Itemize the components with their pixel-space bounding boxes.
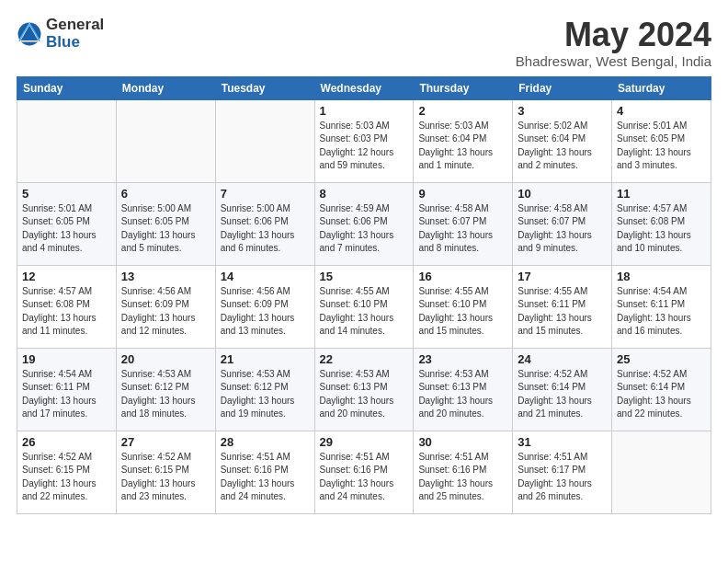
day-info: Sunrise: 4:51 AM Sunset: 6:16 PM Dayligh…	[221, 451, 310, 504]
day-cell: 27Sunrise: 4:52 AM Sunset: 6:15 PM Dayli…	[116, 431, 215, 513]
day-cell: 6Sunrise: 5:00 AM Sunset: 6:05 PM Daylig…	[116, 182, 215, 265]
day-number: 5	[22, 187, 111, 201]
day-info: Sunrise: 4:51 AM Sunset: 6:16 PM Dayligh…	[320, 451, 409, 504]
day-cell: 17Sunrise: 4:55 AM Sunset: 6:11 PM Dayli…	[513, 265, 612, 348]
day-number: 21	[221, 352, 310, 366]
day-info: Sunrise: 4:52 AM Sunset: 6:15 PM Dayligh…	[22, 451, 111, 504]
day-cell: 24Sunrise: 4:52 AM Sunset: 6:14 PM Dayli…	[513, 348, 612, 431]
day-cell: 19Sunrise: 4:54 AM Sunset: 6:11 PM Dayli…	[17, 348, 117, 431]
day-cell: 21Sunrise: 4:53 AM Sunset: 6:12 PM Dayli…	[215, 348, 314, 431]
day-info: Sunrise: 4:57 AM Sunset: 6:08 PM Dayligh…	[22, 285, 111, 339]
day-number: 7	[221, 187, 310, 201]
day-info: Sunrise: 4:53 AM Sunset: 6:12 PM Dayligh…	[221, 368, 310, 421]
day-number: 27	[121, 435, 210, 449]
day-cell: 4Sunrise: 5:01 AM Sunset: 6:05 PM Daylig…	[612, 99, 711, 182]
day-info: Sunrise: 5:01 AM Sunset: 6:05 PM Dayligh…	[617, 120, 706, 173]
logo-text: General Blue	[46, 17, 104, 51]
week-row-3: 12Sunrise: 4:57 AM Sunset: 6:08 PM Dayli…	[17, 265, 711, 348]
logo-blue-text: Blue	[46, 33, 80, 51]
day-info: Sunrise: 4:56 AM Sunset: 6:09 PM Dayligh…	[221, 285, 310, 339]
day-number: 8	[320, 187, 409, 201]
day-cell: 8Sunrise: 4:59 AM Sunset: 6:06 PM Daylig…	[314, 182, 414, 265]
day-cell: 14Sunrise: 4:56 AM Sunset: 6:09 PM Dayli…	[215, 265, 314, 348]
day-info: Sunrise: 5:03 AM Sunset: 6:04 PM Dayligh…	[418, 120, 507, 173]
header: General Blue May 2024 Bhadreswar, West B…	[17, 17, 711, 69]
day-info: Sunrise: 4:54 AM Sunset: 6:11 PM Dayligh…	[22, 368, 111, 421]
day-info: Sunrise: 5:01 AM Sunset: 6:05 PM Dayligh…	[22, 202, 111, 256]
day-cell	[17, 99, 117, 182]
day-number: 29	[320, 435, 409, 449]
day-cell: 30Sunrise: 4:51 AM Sunset: 6:16 PM Dayli…	[414, 431, 513, 513]
day-cell: 23Sunrise: 4:53 AM Sunset: 6:13 PM Dayli…	[414, 348, 513, 431]
col-saturday: Saturday	[612, 76, 711, 99]
day-cell: 13Sunrise: 4:56 AM Sunset: 6:09 PM Dayli…	[116, 265, 215, 348]
day-number: 11	[617, 187, 706, 201]
day-cell	[116, 99, 215, 182]
week-row-5: 26Sunrise: 4:52 AM Sunset: 6:15 PM Dayli…	[17, 431, 711, 513]
day-info: Sunrise: 4:52 AM Sunset: 6:14 PM Dayligh…	[518, 368, 607, 421]
week-row-4: 19Sunrise: 4:54 AM Sunset: 6:11 PM Dayli…	[17, 348, 711, 431]
day-number: 17	[518, 270, 607, 283]
col-thursday: Thursday	[414, 76, 513, 99]
day-info: Sunrise: 4:58 AM Sunset: 6:07 PM Dayligh…	[418, 202, 507, 256]
logo-icon	[17, 21, 42, 47]
col-sunday: Sunday	[17, 76, 117, 99]
calendar-table: Sunday Monday Tuesday Wednesday Thursday…	[17, 76, 711, 514]
day-info: Sunrise: 5:02 AM Sunset: 6:04 PM Dayligh…	[518, 120, 607, 173]
col-monday: Monday	[116, 76, 215, 99]
day-info: Sunrise: 4:51 AM Sunset: 6:16 PM Dayligh…	[418, 451, 507, 504]
day-cell: 31Sunrise: 4:51 AM Sunset: 6:17 PM Dayli…	[513, 431, 612, 513]
day-number: 3	[518, 104, 607, 118]
day-info: Sunrise: 4:52 AM Sunset: 6:14 PM Dayligh…	[617, 368, 706, 421]
day-number: 13	[121, 270, 210, 283]
day-info: Sunrise: 4:57 AM Sunset: 6:08 PM Dayligh…	[617, 202, 706, 256]
day-cell	[612, 431, 711, 513]
day-cell: 26Sunrise: 4:52 AM Sunset: 6:15 PM Dayli…	[17, 431, 117, 513]
header-row: Sunday Monday Tuesday Wednesday Thursday…	[17, 76, 711, 99]
day-number: 28	[221, 435, 310, 449]
day-number: 4	[617, 104, 706, 118]
calendar-subtitle: Bhadreswar, West Bengal, India	[516, 53, 711, 69]
day-number: 23	[418, 352, 507, 366]
day-cell: 18Sunrise: 4:54 AM Sunset: 6:11 PM Dayli…	[612, 265, 711, 348]
day-cell: 22Sunrise: 4:53 AM Sunset: 6:13 PM Dayli…	[314, 348, 414, 431]
day-number: 26	[22, 435, 111, 449]
day-info: Sunrise: 4:52 AM Sunset: 6:15 PM Dayligh…	[121, 451, 210, 504]
day-number: 14	[221, 270, 310, 283]
day-info: Sunrise: 4:55 AM Sunset: 6:11 PM Dayligh…	[518, 285, 607, 339]
day-number: 25	[617, 352, 706, 366]
day-number: 30	[418, 435, 507, 449]
day-cell: 16Sunrise: 4:55 AM Sunset: 6:10 PM Dayli…	[414, 265, 513, 348]
day-cell: 20Sunrise: 4:53 AM Sunset: 6:12 PM Dayli…	[116, 348, 215, 431]
day-cell: 12Sunrise: 4:57 AM Sunset: 6:08 PM Dayli…	[17, 265, 117, 348]
day-cell: 1Sunrise: 5:03 AM Sunset: 6:03 PM Daylig…	[314, 99, 414, 182]
title-block: May 2024 Bhadreswar, West Bengal, India	[516, 17, 711, 69]
day-cell: 15Sunrise: 4:55 AM Sunset: 6:10 PM Dayli…	[314, 265, 414, 348]
day-info: Sunrise: 5:00 AM Sunset: 6:05 PM Dayligh…	[121, 202, 210, 256]
day-number: 20	[121, 352, 210, 366]
day-info: Sunrise: 4:53 AM Sunset: 6:13 PM Dayligh…	[320, 368, 409, 421]
day-number: 2	[418, 104, 507, 118]
day-number: 12	[22, 270, 111, 283]
day-cell: 9Sunrise: 4:58 AM Sunset: 6:07 PM Daylig…	[414, 182, 513, 265]
day-cell: 5Sunrise: 5:01 AM Sunset: 6:05 PM Daylig…	[17, 182, 117, 265]
day-number: 6	[121, 187, 210, 201]
day-info: Sunrise: 4:54 AM Sunset: 6:11 PM Dayligh…	[617, 285, 706, 339]
day-info: Sunrise: 5:00 AM Sunset: 6:06 PM Dayligh…	[221, 202, 310, 256]
day-info: Sunrise: 4:51 AM Sunset: 6:17 PM Dayligh…	[518, 451, 607, 504]
day-info: Sunrise: 4:53 AM Sunset: 6:12 PM Dayligh…	[121, 368, 210, 421]
day-cell: 10Sunrise: 4:58 AM Sunset: 6:07 PM Dayli…	[513, 182, 612, 265]
day-number: 16	[418, 270, 507, 283]
week-row-1: 1Sunrise: 5:03 AM Sunset: 6:03 PM Daylig…	[17, 99, 711, 182]
day-cell: 28Sunrise: 4:51 AM Sunset: 6:16 PM Dayli…	[215, 431, 314, 513]
day-cell: 2Sunrise: 5:03 AM Sunset: 6:04 PM Daylig…	[414, 99, 513, 182]
day-info: Sunrise: 4:55 AM Sunset: 6:10 PM Dayligh…	[418, 285, 507, 339]
day-info: Sunrise: 4:56 AM Sunset: 6:09 PM Dayligh…	[121, 285, 210, 339]
day-cell	[215, 99, 314, 182]
day-number: 9	[418, 187, 507, 201]
col-wednesday: Wednesday	[314, 76, 414, 99]
day-number: 1	[320, 104, 409, 118]
day-number: 22	[320, 352, 409, 366]
day-number: 15	[320, 270, 409, 283]
day-number: 10	[518, 187, 607, 201]
